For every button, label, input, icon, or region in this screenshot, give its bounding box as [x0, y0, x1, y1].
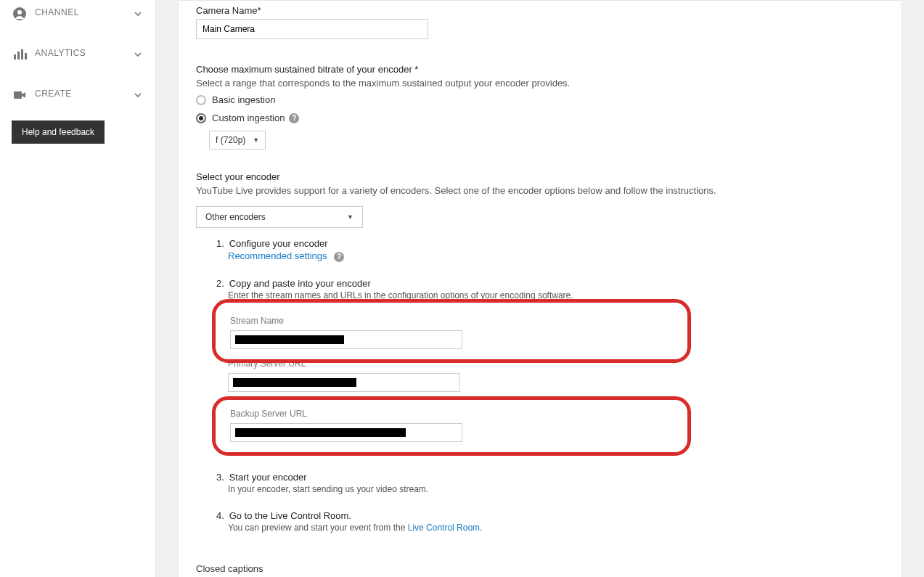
main-content: Camera Name* Choose maximum sustained bi…: [156, 0, 924, 577]
custom-ingestion-radio[interactable]: Custom ingestion ?: [196, 112, 884, 123]
chevron-down-icon: [132, 89, 144, 101]
videocam-icon: [12, 87, 28, 103]
recommended-settings-link[interactable]: Recommended settings: [228, 250, 327, 261]
sidebar-item-label: ANALYTICS: [35, 48, 132, 58]
custom-ingestion-label: Custom ingestion: [212, 112, 285, 123]
settings-card: Camera Name* Choose maximum sustained bi…: [178, 0, 902, 577]
encoder-subtitle: YouTube Live provides support for a vari…: [196, 185, 884, 196]
resolution-dropdown[interactable]: f (720p) ▼: [209, 131, 266, 150]
redacted-value: [235, 428, 406, 437]
svg-rect-6: [14, 91, 22, 99]
sidebar-item-create[interactable]: CREATE: [0, 81, 155, 109]
dropdown-arrow-icon: ▼: [347, 213, 353, 221]
encoder-section: Select your encoder YouTube Live provide…: [196, 171, 884, 533]
help-feedback-button[interactable]: Help and feedback: [12, 120, 105, 144]
analytics-bars-icon: [12, 46, 28, 62]
step-number: 2.: [216, 278, 226, 289]
primary-server-input[interactable]: [228, 373, 460, 392]
sidebar-item-label: CREATE: [35, 89, 132, 99]
sidebar-item-label: CHANNEL: [35, 7, 132, 17]
closed-captions-section: Closed captions If closed captions will …: [196, 563, 884, 578]
basic-ingestion-radio[interactable]: Basic ingestion: [196, 94, 884, 105]
chevron-down-icon: [132, 49, 144, 60]
step-number: 3.: [216, 472, 226, 483]
step-title-text: Go to the Live Control Room.: [229, 510, 351, 521]
step-4: 4. Go to the Live Control Room. You can …: [216, 510, 884, 533]
bitrate-subtitle: Select a range that corresponds to the m…: [196, 78, 884, 89]
bitrate-title: Choose maximum sustained bitrate of your…: [196, 64, 884, 75]
stream-name-input[interactable]: [230, 330, 462, 349]
svg-rect-5: [25, 53, 27, 60]
svg-point-1: [17, 10, 22, 15]
encoder-dropdown[interactable]: Other encoders ▼: [196, 206, 363, 228]
dropdown-arrow-icon: ▼: [253, 136, 259, 144]
help-icon[interactable]: ?: [334, 252, 344, 262]
encoder-title: Select your encoder: [196, 171, 884, 182]
basic-ingestion-label: Basic ingestion: [212, 94, 275, 105]
sidebar-item-analytics[interactable]: ANALYTICS: [0, 41, 155, 68]
camera-name-input[interactable]: [196, 19, 428, 39]
svg-rect-3: [17, 52, 20, 60]
annotation-highlight-1: Stream Name: [212, 299, 691, 363]
step-2: 2. Copy and paste into your encoder Ente…: [216, 278, 884, 456]
encoder-value: Other encoders: [205, 212, 266, 222]
stream-name-label: Stream Name: [230, 316, 600, 326]
step-title-text: Start your encoder: [229, 472, 307, 483]
svg-rect-4: [21, 49, 23, 60]
step-3: 3. Start your encoder In your encoder, s…: [216, 472, 884, 494]
backup-server-input[interactable]: [230, 423, 462, 442]
live-control-room-link[interactable]: Live Control Room: [408, 523, 480, 533]
redacted-value: [235, 335, 344, 344]
step-title-text: Copy and paste into your encoder: [229, 278, 371, 289]
svg-rect-2: [14, 54, 16, 60]
backup-server-label: Backup Server URL: [230, 409, 651, 419]
step-number: 1.: [216, 238, 226, 249]
sidebar: CHANNEL ANALYTICS CREATE Help and feedba…: [0, 0, 156, 577]
step-3-subtitle: In your encoder, start sending us your v…: [228, 484, 884, 494]
step-title-text: Configure your encoder: [229, 238, 328, 249]
person-circle-icon: [12, 6, 28, 22]
chevron-down-icon: [132, 8, 144, 20]
bitrate-section: Choose maximum sustained bitrate of your…: [196, 64, 884, 150]
camera-name-section: Camera Name*: [196, 5, 884, 52]
encoder-steps: 1. Configure your encoder Recommended se…: [196, 238, 884, 533]
step-number: 4.: [216, 510, 226, 521]
radio-unchecked-icon: [196, 95, 206, 105]
step-1: 1. Configure your encoder Recommended se…: [216, 238, 884, 262]
camera-name-label: Camera Name*: [196, 5, 884, 16]
step-4-subtitle: You can preview and start your event fro…: [228, 523, 884, 533]
redacted-value: [233, 378, 356, 387]
annotation-highlight-2: Backup Server URL: [212, 396, 691, 456]
resolution-value: f (720p): [216, 135, 245, 145]
radio-checked-icon: [196, 113, 206, 123]
sidebar-item-channel[interactable]: CHANNEL: [0, 0, 155, 28]
help-icon[interactable]: ?: [289, 113, 299, 123]
closed-captions-title: Closed captions: [196, 563, 884, 574]
